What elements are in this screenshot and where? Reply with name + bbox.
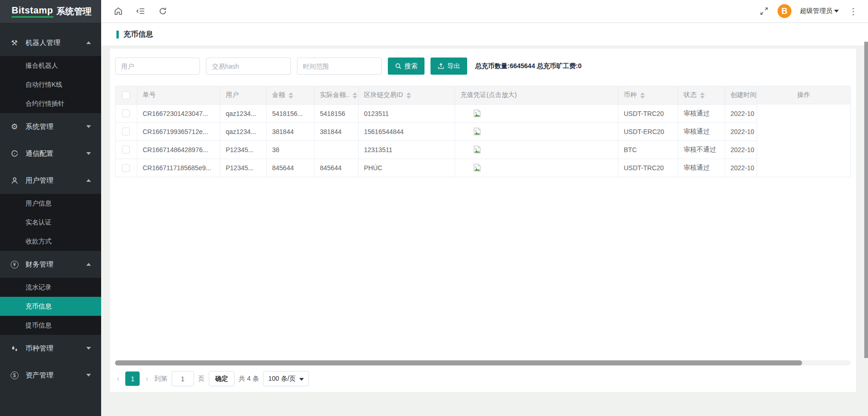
cell-actual: 5418156 [314,104,358,122]
sidebar-item[interactable]: 收款方式 [0,232,101,251]
sidebar-item[interactable]: 自动行情K线 [0,75,101,94]
select-all-checkbox[interactable] [122,91,130,99]
chevron-down-icon [834,10,839,13]
user-avatar-bitcoin-icon[interactable]: B [778,4,791,18]
cell-order: CR16672301423047... [137,104,220,122]
chevron-down-icon [86,347,91,350]
breadcrumb-marker [116,31,119,38]
vertical-scrollbar-thumb[interactable] [864,42,868,358]
sort-icon[interactable] [700,92,705,99]
robot-icon: ⚒ [10,38,19,47]
sidebar-item[interactable]: 实名认证 [0,213,101,232]
cell-actual [314,141,358,159]
prev-page-icon[interactable]: ‹ [115,375,121,383]
sidebar-item[interactable]: 流水记录 [0,278,101,297]
cell-coin: BTC [618,141,678,159]
cell-proof [455,159,618,177]
column-header-user: 用户 [220,86,266,104]
sidebar-group-1[interactable]: ⚒机器人管理 [0,29,101,56]
broken-image-icon[interactable] [473,109,482,118]
column-header-actual[interactable]: 实际金额.. [314,86,358,104]
refresh-icon[interactable] [158,6,168,16]
cell-txid: PHÚC [358,159,455,177]
select-caret-icon [299,378,304,381]
row-checkbox[interactable] [122,146,130,154]
app-logo: Bitstamp 系统管理 [0,0,101,23]
column-header-amount[interactable]: 金额 [266,86,314,104]
cell-order: CR1667199365712e... [137,122,220,141]
user-filter-input[interactable] [115,58,200,75]
cell-actual: 845644 [314,159,358,177]
home-icon[interactable] [113,6,123,16]
asset-dollar-icon: $ [10,371,19,380]
broken-image-icon[interactable] [473,163,482,172]
sidebar-menu: ⚒机器人管理撮合机器人自动行情K线合约行情插针⚙系统管理通信配置用户管理用户信息… [0,23,101,389]
sidebar-group-label: 财务管理 [26,260,86,269]
page-size-select[interactable]: 100 条/页 [263,371,309,386]
column-header-status[interactable]: 状态 [678,86,725,104]
search-icon [395,63,402,70]
page-size-label: 100 条/页 [268,375,296,383]
user-menu[interactable]: 超级管理员 [800,7,839,15]
cell-proof [455,122,618,141]
sort-icon[interactable] [640,92,645,99]
cell-status: 审核通过 [678,122,725,141]
time-range-filter-input[interactable] [297,58,382,75]
cell-txid: 15616544844 [358,122,455,141]
sort-icon[interactable] [353,92,357,99]
cell-status: 审核通过 [678,159,725,177]
sidebar: Bitstamp 系统管理 ⚒机器人管理撮合机器人自动行情K线合约行情插针⚙系统… [0,0,101,416]
row-checkbox[interactable] [122,109,130,117]
fullscreen-icon[interactable] [759,6,769,16]
cell-coin: USDT-TRC20 [618,104,678,122]
cell-amount: 5418156... [266,104,314,122]
page-unit-label: 页 [198,375,205,383]
sidebar-group-3[interactable]: 通信配置 [0,140,101,167]
topbar: B 超级管理员 ⋮ [101,0,868,23]
cell-txid: 12313511 [358,141,455,159]
more-options-icon[interactable]: ⋮ [847,6,860,17]
tx-hash-filter-input[interactable] [206,58,291,75]
next-page-icon[interactable]: › [144,375,150,383]
sidebar-item[interactable]: 提币信息 [0,316,101,335]
column-header-coin[interactable]: 币种 [618,86,678,104]
export-button[interactable]: 导出 [431,58,467,75]
sidebar-group-label: 资产管理 [26,371,86,380]
chevron-down-icon [86,125,91,128]
current-page-button[interactable]: 1 [125,371,140,386]
cell-amount: 381844 [266,122,314,141]
sidebar-item[interactable]: 撮合机器人 [0,56,101,75]
sidebar-group-4[interactable]: 用户管理 [0,167,101,194]
menu-fold-icon[interactable] [135,6,146,16]
sidebar-group-label: 币种管理 [26,344,86,353]
cell-amount: 38 [266,141,314,159]
sidebar-group-6[interactable]: 币种管理 [0,335,101,362]
sidebar-group-label: 用户管理 [26,176,86,185]
gear-icon: ⚙ [10,122,19,131]
sidebar-group-5[interactable]: ¥财务管理 [0,251,101,278]
goto-page-input[interactable] [172,371,194,386]
content-card: 搜索 导出 总充币数量:6645644 总充币旷工费:0 单号用户金额实际金额.… [110,49,856,392]
cell-status: 审核不通过 [678,141,725,159]
sort-icon[interactable] [406,92,411,99]
broken-image-icon[interactable] [473,145,482,154]
search-button[interactable]: 搜索 [388,58,424,75]
cell-actual: 381844 [314,122,358,141]
sort-icon[interactable] [289,92,293,99]
sidebar-group-2[interactable]: ⚙系统管理 [0,113,101,140]
sidebar-item[interactable]: 充币信息 [0,297,101,316]
sidebar-group-7[interactable]: $资产管理 [0,362,101,389]
row-checkbox[interactable] [122,128,130,135]
horizontal-scrollbar-thumb[interactable] [115,360,802,365]
confirm-button[interactable]: 确定 [209,371,235,386]
row-checkbox[interactable] [122,164,130,172]
sidebar-submenu: 流水记录充币信息提币信息 [0,278,101,335]
total-count-label: 共 4 条 [239,375,259,383]
sidebar-item[interactable]: 合约行情插针 [0,94,101,113]
broken-image-icon[interactable] [473,127,482,136]
chevron-up-icon [86,41,91,44]
sidebar-item[interactable]: 用户信息 [0,194,101,213]
chevron-up-icon [86,179,91,182]
cell-proof [455,141,618,159]
column-header-txid[interactable]: 区块链交易ID [358,86,455,104]
